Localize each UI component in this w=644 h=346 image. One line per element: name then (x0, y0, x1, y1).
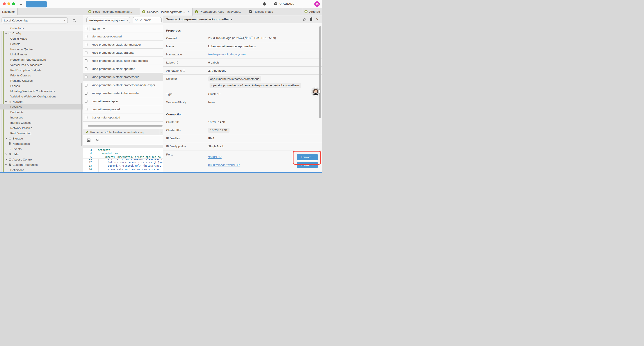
sidebar-item-label: Pod Disruption Budgets (10, 68, 42, 72)
row-checkbox[interactable] (84, 108, 88, 111)
tab-services-icecheng-math[interactable]: Services - icecheng@math...× (140, 8, 193, 15)
user-avatar[interactable] (312, 87, 320, 96)
kubeconfig-dropdown[interactable]: Local Kubeconfigs ▾ (2, 17, 68, 23)
tab-release-notes[interactable]: Release Notes (247, 8, 302, 15)
sidebar-item-namespaces[interactable]: Namespaces (0, 141, 83, 146)
match-case-toggle[interactable]: Aa (135, 19, 138, 22)
tab-navigator[interactable]: Navigator (0, 8, 18, 15)
chevron-down-icon[interactable] (4, 164, 8, 166)
sidebar-item-access-control[interactable]: Access Control (0, 157, 83, 162)
row-checkbox[interactable] (84, 92, 88, 95)
table-row-kube-prometheus-stack-kube-state-metrics[interactable]: kube-prometheus-stack-kube-state-metrics (83, 57, 163, 65)
upgrade-button[interactable]: UPGRADE (274, 2, 294, 6)
sidebar-item-storage[interactable]: Storage (0, 136, 83, 141)
port-link[interactable]: 8080:reloader-web/TCP (208, 163, 240, 167)
table-row-thanos-ruler-operated[interactable]: thanos-ruler-operated (83, 113, 163, 122)
row-checkbox[interactable] (84, 75, 88, 78)
sidebar-item-horizontal-pod-autoscalers[interactable]: Horizontal Pod Autoscalers (0, 57, 83, 62)
sidebar-item-ingresses[interactable]: Ingresses (0, 115, 83, 120)
minimize-window-icon[interactable] (8, 2, 10, 5)
table-row-kube-prometheus-stack-prometheus-node-expor[interactable]: kube-prometheus-stack-prometheus-node-ex… (83, 81, 163, 89)
sidebar-item-config[interactable]: Config (0, 31, 83, 36)
sidebar-item-endpoints[interactable]: Endpoints (0, 109, 83, 115)
row-checkbox[interactable] (84, 59, 88, 62)
tab-argo-se[interactable]: Argo Se (302, 8, 322, 15)
close-tab-icon[interactable]: × (188, 10, 190, 13)
save-icon[interactable] (87, 138, 90, 142)
sidebar-item-label: Mutating Webhook Configurations (10, 90, 55, 93)
row-checkbox[interactable] (84, 67, 88, 70)
tab-prometheus-rules-icecheng[interactable]: Prometheus Rules - icecheng... (193, 8, 247, 15)
chevron-down-icon[interactable] (4, 32, 8, 34)
port-link[interactable]: 9090/TCP (208, 155, 222, 159)
yaml-editor[interactable]: 110", "for": "1m", labels :{ service : 1… (83, 148, 163, 172)
zoom-window-icon[interactable] (12, 2, 15, 5)
sidebar-item-pod-disruption-budgets[interactable]: Pod Disruption Budgets (0, 67, 83, 73)
sidebar-search-icon[interactable] (72, 19, 76, 22)
row-checkbox[interactable] (84, 51, 88, 54)
sidebar-item-resource-quotas[interactable]: Resource Quotas (0, 46, 83, 52)
row-checkbox[interactable] (84, 100, 88, 103)
sort-ascending-icon[interactable] (103, 28, 105, 29)
sidebar-item-secrets[interactable]: Secrets (0, 41, 83, 46)
chevron-right-icon[interactable] (4, 153, 8, 155)
table-row-kube-prometheus-stack-alertmanager[interactable]: kube-prometheus-stack-alertmanager (83, 40, 163, 49)
table-row-kube-prometheus-stack-operator[interactable]: kube-prometheus-stack-operator (83, 65, 163, 73)
table-row-kube-prometheus-stack-thanos-ruler[interactable]: kube-prometheus-stack-thanos-ruler (83, 89, 163, 97)
forward-button[interactable]: Forward... (297, 162, 318, 168)
runbook-url-link[interactable]: https://net (144, 164, 161, 167)
sidebar-item-custom-resources[interactable]: Custom Resources (0, 162, 83, 167)
detail-scrollbar[interactable] (319, 26, 321, 118)
row-checkbox[interactable] (84, 35, 88, 38)
sidebar-item-mutating-webhook-configurations[interactable]: Mutating Webhook Configurations (0, 88, 83, 94)
sidebar-scrollbar[interactable] (81, 83, 82, 146)
sidebar-item-port-forwarding[interactable]: Port Forwarding (0, 130, 83, 136)
table-row-alertmanager-operated[interactable]: alertmanager-operated (83, 32, 163, 40)
regex-toggle[interactable]: ▪* (140, 19, 142, 22)
sidebar-item-leases[interactable]: Leases (0, 83, 83, 88)
back-icon[interactable]: ← (19, 1, 23, 7)
namespace-dropdown[interactable]: freeleaps-monitoring-system ▾ (86, 17, 130, 23)
row-checkbox[interactable] (84, 116, 88, 119)
sidebar-item-priority-classes[interactable]: Priority Classes (0, 73, 83, 78)
delete-trash-icon[interactable] (310, 17, 313, 21)
table-row-prometheus-adapter[interactable]: prometheus-adapter (83, 97, 163, 105)
notification-count-badge[interactable]: 15 (314, 1, 320, 7)
notifications-bell-icon[interactable] (262, 2, 266, 6)
chevron-right-icon[interactable] (4, 158, 8, 161)
edit-pencil-icon[interactable] (303, 17, 306, 21)
close-window-icon[interactable] (3, 2, 6, 5)
table-row-kube-prometheus-stack-grafana[interactable]: kube-prometheus-stack-grafana (83, 49, 163, 57)
sidebar-item-limit-ranges[interactable]: Limit Ranges (0, 52, 83, 57)
sidebar-item-cron-jobs[interactable]: Cron Jobs (0, 25, 83, 31)
sidebar-item-validating-webhook-configurations[interactable]: Validating Webhook Configurations (0, 94, 83, 99)
sidebar-item-runtime-classes[interactable]: Runtime Classes (0, 78, 83, 83)
sidebar-item-events[interactable]: Events (0, 146, 83, 152)
list-search-input[interactable]: Aa ▪* prome (132, 17, 162, 23)
namespace-link[interactable]: freeleaps-monitoring-system (208, 53, 246, 56)
row-checkbox[interactable] (84, 84, 88, 86)
name-column-header[interactable]: Name (92, 27, 100, 30)
horizontal-scrollbar[interactable] (88, 125, 163, 127)
select-all-checkbox[interactable] (84, 27, 88, 30)
sidebar-item-services[interactable]: Services (0, 104, 83, 109)
close-panel-icon[interactable]: × (316, 17, 318, 21)
editor-tab-prometheusrule[interactable]: PrometheusRule: freeleaps-prod-rabbitmq (83, 129, 159, 135)
editor-search-icon[interactable] (96, 138, 99, 142)
tab-pods-icecheng-mathmas[interactable]: Pods - icecheng@mathmas... (86, 8, 140, 15)
forward-button[interactable]: Forward... (297, 154, 318, 160)
chevron-down-icon[interactable] (4, 100, 8, 103)
chevron-right-icon[interactable] (4, 137, 8, 140)
sidebar-item-vertical-pod-autoscalers[interactable]: Vertical Pod Autoscalers (0, 62, 83, 67)
sidebar-item-network-policies[interactable]: Network Policies (0, 125, 83, 130)
sidebar-item-helm[interactable]: Helm (0, 152, 83, 157)
sidebar-item-ingress-classes[interactable]: Ingress Classes (0, 120, 83, 125)
sidebar-item-definitions[interactable]: Definitions (0, 167, 83, 172)
forward-icon[interactable]: → (26, 1, 47, 7)
editor-tab-partial[interactable] (159, 129, 163, 135)
table-row-kube-prometheus-stack-prometheus[interactable]: kube-prometheus-stack-prometheus (83, 73, 163, 81)
row-checkbox[interactable] (84, 43, 88, 46)
sidebar-item-network[interactable]: ↑↓Network (0, 99, 83, 104)
sidebar-item-config-maps[interactable]: Config Maps (0, 36, 83, 41)
table-row-prometheus-operated[interactable]: prometheus-operated (83, 105, 163, 113)
